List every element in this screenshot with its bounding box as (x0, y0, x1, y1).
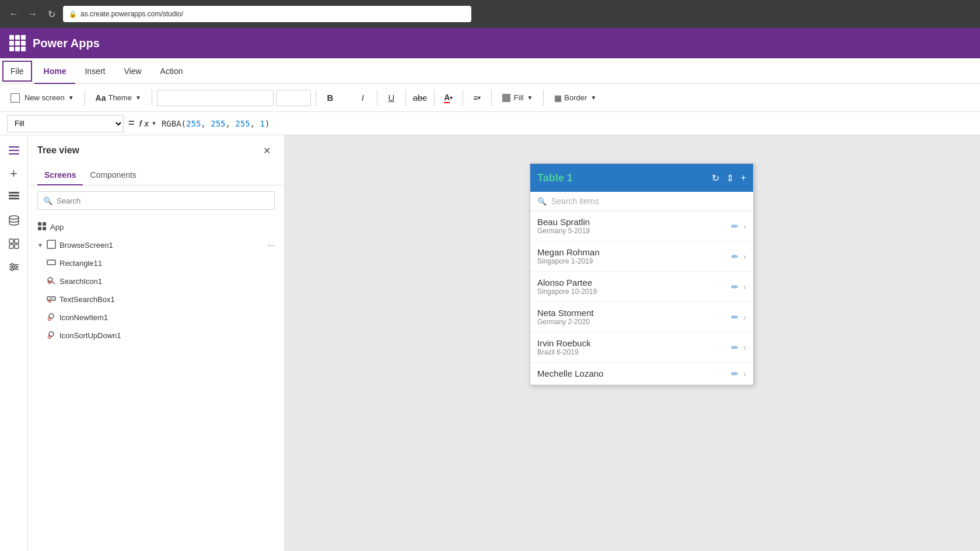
app-title: Power Apps (33, 37, 100, 50)
toolbar-divider-1 (85, 90, 85, 106)
table-row-name-3: Alonso Partee (537, 278, 732, 287)
svg-rect-7 (9, 239, 13, 243)
table-row-info-3: Alonso Partee Singapore 10-2019 (537, 278, 732, 296)
table-row-edit-3[interactable]: ✏ (732, 282, 738, 292)
svg-rect-18 (47, 240, 55, 248)
font-color-button[interactable]: A ▾ (439, 89, 458, 107)
table-row: Megan Rohman Singapore 1-2019 ✏ › (530, 241, 753, 272)
sidebar-controls-button[interactable] (4, 257, 24, 278)
iconnewitem-icon (47, 312, 56, 323)
font-size-input[interactable] (276, 90, 311, 106)
new-screen-button[interactable]: New screen ▼ (5, 89, 80, 107)
table-row-info-5: Irvin Roebuck Brazil 6-2019 (537, 338, 732, 356)
forward-button[interactable]: → (26, 7, 40, 21)
tree-item-iconsortupdown1[interactable]: IconSortUpDown1 (28, 327, 284, 345)
menu-item-home[interactable]: Home (34, 58, 76, 84)
tree-item-iconsortupdown1-label: IconSortUpDown1 (60, 331, 275, 340)
tree-item-searchicon1[interactable]: SearchIcon1 (28, 272, 284, 290)
grid-icon[interactable] (9, 35, 26, 51)
table-row-edit-6[interactable]: ✏ (732, 369, 738, 378)
tree-item-app-label: App (50, 223, 275, 231)
table-row-edit-4[interactable]: ✏ (732, 313, 738, 322)
formula-bar: Fill = fx ▼ RGBA(255, 255, 255, 1) (0, 112, 980, 135)
border-chevron: ▼ (590, 94, 596, 101)
sidebar-tree-button[interactable] (4, 140, 24, 161)
svg-rect-1 (9, 150, 19, 151)
menu-item-view[interactable]: View (114, 58, 150, 84)
tree-item-textsearchbox1[interactable]: TextSearchBox1 (28, 290, 284, 308)
tree-tabs: Screens Components (28, 166, 284, 185)
browser-bar: ← → ↻ 🔒 as.create.powerapps.com/studio/ (0, 0, 980, 28)
font-family-input[interactable] (157, 90, 274, 106)
table-row-arrow-5[interactable]: › (743, 343, 746, 352)
back-button[interactable]: ← (7, 7, 21, 21)
underline-button[interactable]: U (382, 89, 401, 107)
searchicon-icon (47, 276, 56, 287)
theme-aa-icon: Aa (96, 93, 106, 103)
browse-screen-more-button[interactable]: ··· (267, 240, 275, 251)
svg-rect-3 (9, 195, 19, 196)
tab-screens[interactable]: Screens (37, 166, 83, 185)
table-search-bar: 🔍 Search items (530, 192, 753, 211)
table-row-arrow-3[interactable]: › (743, 282, 746, 292)
sidebar-layers-button[interactable] (4, 187, 24, 208)
tree-item-rectangle11[interactable]: Rectangle11 (28, 254, 284, 272)
lock-icon: 🔒 (69, 10, 77, 18)
italic-button[interactable]: I (354, 89, 372, 107)
theme-button[interactable]: Aa Theme ▼ (90, 89, 147, 107)
table-row-arrow-1[interactable]: › (743, 222, 746, 231)
table-title: Table 1 (537, 172, 712, 184)
tree-search-wrap: 🔍 (37, 191, 275, 210)
new-screen-icon (10, 93, 20, 103)
table-row-sub-4: Germany 2-2020 (537, 318, 732, 326)
table-row-edit-1[interactable]: ✏ (732, 222, 738, 231)
table-row-arrow-4[interactable]: › (743, 313, 746, 322)
table-row-edit-5[interactable]: ✏ (732, 343, 738, 352)
tree-search-area: 🔍 (28, 185, 284, 216)
svg-rect-16 (38, 227, 41, 230)
border-label: Border (564, 93, 587, 102)
tree-item-iconnewitem1[interactable]: IconNewItem1 (28, 308, 284, 327)
sidebar-components-button[interactable] (4, 233, 24, 254)
fill-button[interactable]: Fill ▼ (496, 89, 539, 107)
menu-item-file[interactable]: File (2, 61, 32, 82)
table-row: Beau Spratlin Germany 5-2019 ✏ › (530, 211, 753, 241)
svg-rect-10 (15, 244, 19, 248)
table-row: Alonso Partee Singapore 10-2019 ✏ › (530, 272, 753, 302)
tree-items: App ▼ BrowseScreen1 ··· (28, 216, 284, 551)
table-add-icon[interactable]: + (741, 173, 746, 183)
align-button[interactable]: ≡ ▾ (468, 89, 487, 107)
toolbar: New screen ▼ Aa Theme ▼ B I U abc A ▾ ≡ … (0, 84, 980, 112)
address-bar[interactable]: 🔒 as.create.powerapps.com/studio/ (63, 6, 471, 22)
border-button[interactable]: ▦ Border ▼ (548, 89, 602, 107)
tree-search-input[interactable] (37, 191, 275, 210)
table-row-icons-6: ✏ › (732, 369, 746, 378)
table-row-edit-2[interactable]: ✏ (732, 252, 738, 261)
table-header-bar: Table 1 ↻ ⇕ + (530, 164, 753, 192)
table-sort-icon[interactable]: ⇕ (726, 173, 734, 184)
bold-button[interactable]: B (321, 89, 340, 107)
tree-item-textsearchbox1-label: TextSearchBox1 (60, 295, 275, 304)
formula-property-select[interactable]: Fill (7, 115, 124, 132)
table-refresh-icon[interactable]: ↻ (712, 173, 719, 184)
sidebar-add-button[interactable]: + (4, 163, 24, 184)
tree-item-browse-screen[interactable]: ▼ BrowseScreen1 ··· (28, 236, 284, 254)
table-row-name-1: Beau Spratlin (537, 217, 732, 227)
sidebar-data-button[interactable] (4, 210, 24, 231)
textbox-icon (47, 294, 56, 305)
strikethrough-button[interactable]: abc (411, 89, 429, 107)
menu-item-insert[interactable]: Insert (75, 58, 114, 84)
formula-expression: RGBA(255, 255, 255, 1) (162, 119, 973, 128)
refresh-button[interactable]: ↻ (44, 7, 58, 21)
new-screen-chevron: ▼ (68, 94, 74, 101)
menu-item-action[interactable]: Action (151, 58, 192, 84)
toolbar-divider-4 (344, 90, 349, 106)
table-row-arrow-2[interactable]: › (743, 252, 746, 261)
table-row-name-4: Neta Storment (537, 308, 732, 318)
tab-components[interactable]: Components (83, 166, 143, 185)
table-row-arrow-6[interactable]: › (743, 369, 746, 378)
tree-item-app[interactable]: App (28, 218, 284, 236)
tree-close-button[interactable]: ✕ (258, 142, 275, 159)
formula-fx-button[interactable]: fx ▼ (139, 119, 157, 128)
tree-header: Tree view ✕ (28, 135, 284, 166)
